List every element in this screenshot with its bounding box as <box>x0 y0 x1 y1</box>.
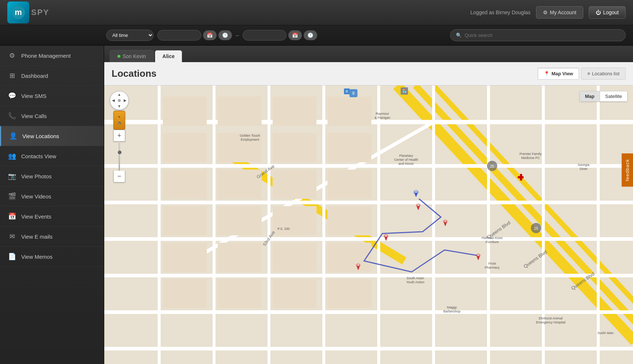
logout-button[interactable]: ⏻ Logout <box>589 6 626 19</box>
svg-point-94 <box>385 235 387 237</box>
svg-point-88 <box>415 191 417 193</box>
pan-up-arrow[interactable]: ▲ <box>117 93 121 96</box>
svg-rect-46 <box>327 279 371 308</box>
main-layout: ⚙ Phone Management ⊞ Dashboard 💬 View SM… <box>0 46 633 364</box>
time-to-icon[interactable]: 🕐 <box>304 30 317 40</box>
sidebar-item-view-emails[interactable]: ✉ View E mails <box>0 227 104 247</box>
sidebar-label: View Events <box>21 213 51 220</box>
date-to-group: 📅 🕐 <box>243 30 317 41</box>
svg-rect-26 <box>327 96 371 126</box>
svg-text:B: B <box>352 91 355 95</box>
sidebar-label: View Videos <box>21 193 51 200</box>
logo-icon: m <box>7 1 29 23</box>
locations-list-button[interactable]: ≡ Locations list <box>581 68 626 80</box>
sidebar-item-view-memos[interactable]: 📄 View Memos <box>0 247 104 267</box>
pan-down-arrow[interactable]: ▼ <box>117 105 121 108</box>
sidebar-label: Dashboard <box>21 73 48 79</box>
tab-alice[interactable]: Alice <box>155 50 182 62</box>
zoom-in-button[interactable]: + <box>113 130 125 141</box>
tab-son-kevin[interactable]: Son Kevin <box>110 50 154 62</box>
sidebar-item-view-sms[interactable]: 💬 View SMS <box>0 86 104 106</box>
map-type-satellite-button[interactable]: Satellite <box>600 91 627 101</box>
time-from-icon[interactable]: 🕐 <box>218 30 232 40</box>
svg-text:m: m <box>15 8 22 17</box>
tabs-bar: Son Kevin Alice <box>104 46 633 62</box>
svg-rect-38 <box>273 243 316 272</box>
sidebar-item-view-calls[interactable]: 📞 View Calls <box>0 106 104 126</box>
svg-text:Maggy: Maggy <box>447 306 457 309</box>
zoom-out-button[interactable]: − <box>113 171 125 182</box>
map-type-toggle: Map Satellite <box>580 91 628 102</box>
sidebar-item-view-photos[interactable]: 📷 View Photos <box>0 166 104 186</box>
pan-left-arrow[interactable]: ◀ <box>112 99 115 102</box>
map-navigation-controls: ▲ ◀ ▶ ▼ 🚶 + <box>110 91 129 182</box>
map-container[interactable]: Grand Ave Queens Blvd Queens Blvd Queens… <box>104 85 633 364</box>
sidebar-item-dashboard[interactable]: ⊞ Dashboard <box>0 66 104 86</box>
emails-icon: ✉ <box>7 232 17 241</box>
date-from-input[interactable] <box>157 30 201 41</box>
logo: m SPY <box>7 1 49 23</box>
svg-text:South Asian: South Asian <box>407 276 424 280</box>
feedback-tab[interactable]: feedback <box>622 153 633 187</box>
my-account-button[interactable]: ⚙ My Account <box>536 6 583 19</box>
sidebar-label: View E mails <box>21 234 53 240</box>
sidebar-item-view-events[interactable]: 📅 View Events <box>0 206 104 227</box>
svg-rect-29 <box>273 133 316 162</box>
photos-icon: 📷 <box>7 171 17 181</box>
svg-rect-42 <box>327 133 371 162</box>
locations-header: Locations 📍 Map View ≡ Locations list <box>104 62 633 85</box>
quick-search-bar[interactable]: 🔍 <box>450 29 626 41</box>
svg-rect-24 <box>218 96 262 126</box>
feedback-label: feedback <box>625 159 630 181</box>
map-pin-icon: 📍 <box>544 71 550 76</box>
date-from-group: 📅 🕐 <box>157 30 232 41</box>
sidebar-item-view-locations[interactable]: 👤 View Locations <box>0 126 104 146</box>
svg-point-90 <box>417 204 419 206</box>
sidebar-item-view-contacts[interactable]: 👥 Contacts View <box>0 146 104 166</box>
svg-rect-40 <box>218 279 262 308</box>
svg-text:Barbershop: Barbershop <box>443 310 461 313</box>
pan-right-arrow[interactable]: ▶ <box>124 99 127 102</box>
sidebar: ⚙ Phone Management ⊞ Dashboard 💬 View SM… <box>0 46 104 364</box>
svg-text:Employment: Employment <box>241 138 259 141</box>
time-filter-select[interactable]: All time Last hour Last 24 hours Last we… <box>106 30 154 41</box>
calendar-from-icon[interactable]: 📅 <box>203 30 217 40</box>
events-icon: 📅 <box>7 212 17 221</box>
svg-rect-43 <box>327 170 371 199</box>
svg-text:Huffman Koos: Huffman Koos <box>482 236 503 240</box>
svg-rect-86 <box>520 174 522 181</box>
svg-rect-32 <box>273 170 316 199</box>
sidebar-item-view-videos[interactable]: 🎬 View Videos <box>0 186 104 206</box>
street-view-pegman[interactable]: 🚶 <box>113 111 125 130</box>
date-to-input[interactable] <box>243 30 286 41</box>
gear-icon: ⚙ <box>7 51 17 60</box>
svg-rect-35 <box>273 206 316 235</box>
header: m SPY Logged as Birney Douglas ⚙ My Acco… <box>0 0 633 26</box>
svg-text:Furniture: Furniture <box>486 240 499 244</box>
sms-icon: 💬 <box>7 91 17 101</box>
online-dot <box>117 55 120 58</box>
search-input[interactable] <box>465 33 620 38</box>
svg-text:25: 25 <box>534 227 538 231</box>
map-pan-control[interactable]: ▲ ◀ ▶ ▼ <box>110 91 129 110</box>
calendar-to-icon[interactable]: 📅 <box>288 30 302 40</box>
svg-rect-44 <box>327 206 371 235</box>
svg-text:Pharmacy: Pharmacy <box>485 266 500 269</box>
locations-icon: 👤 <box>8 131 18 141</box>
map-type-map-button[interactable]: Map <box>580 91 600 101</box>
svg-text:Frost: Frost <box>488 262 496 265</box>
svg-rect-27 <box>163 133 207 162</box>
svg-rect-33 <box>163 206 207 235</box>
svg-text:Elmhurst Animal: Elmhurst Animal <box>539 316 562 320</box>
dashboard-icon: ⊞ <box>7 71 17 80</box>
contacts-icon: 👥 <box>7 151 17 161</box>
svg-point-96 <box>477 254 479 256</box>
power-icon: ⏻ <box>596 10 601 15</box>
sidebar-item-phone-management[interactable]: ⚙ Phone Management <box>0 46 104 66</box>
map-view-button[interactable]: 📍 Map View <box>538 68 579 80</box>
svg-text:and Honor: and Honor <box>398 162 414 166</box>
page-title: Locations <box>112 68 157 79</box>
svg-text:Emergency Hospital: Emergency Hospital <box>536 321 566 324</box>
tab-label: Alice <box>162 53 175 59</box>
view-buttons-group: 📍 Map View ≡ Locations list <box>538 68 626 80</box>
